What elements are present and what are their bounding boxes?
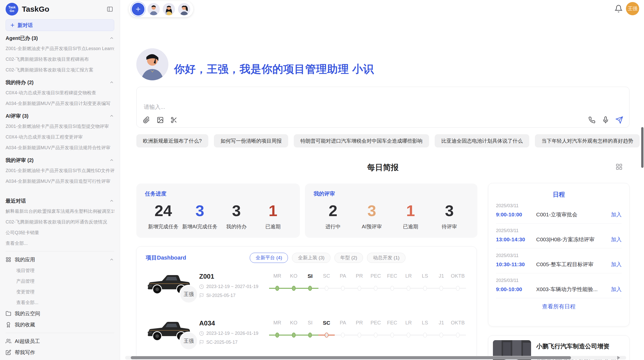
collapse-sidebar-icon[interactable] bbox=[106, 5, 114, 13]
sidebar-item-creative-draw[interactable]: 创意制图 bbox=[6, 358, 114, 360]
chevron-up-icon[interactable] bbox=[109, 36, 114, 41]
mic-icon[interactable] bbox=[602, 116, 609, 124]
schedule-name: C003|H0B-方案冻结评审 bbox=[536, 236, 611, 243]
phone-icon[interactable] bbox=[588, 116, 596, 124]
milestone-label: MR bbox=[269, 273, 286, 279]
sidebar-item-ai-staff[interactable]: AI超级员工 bbox=[6, 336, 114, 347]
suggestion-chip[interactable]: 特朗普可能对进口汽车增税会对中国车企造成哪些影响 bbox=[294, 134, 429, 147]
section-my-todo[interactable]: 我的待办 (2) bbox=[6, 77, 114, 87]
join-link[interactable]: 加入 bbox=[611, 261, 622, 268]
notifications-bell-icon[interactable] bbox=[614, 5, 624, 14]
list-item[interactable]: 解释最新出台的欧盟报废车法规再生塑料比例被调至15%... bbox=[6, 206, 114, 217]
avatar[interactable] bbox=[148, 3, 160, 15]
suggestion-chip[interactable]: 比亚迪全固态电池计划具体说了什么 bbox=[435, 134, 529, 147]
milestone-dot bbox=[390, 286, 394, 291]
image-icon[interactable] bbox=[156, 116, 164, 124]
list-item[interactable]: C0X4-动力总成开发项目SI里程碑提交物检查 bbox=[6, 87, 114, 98]
milestone: KO bbox=[286, 272, 302, 296]
schedule-name: C005-整车工程目标评审 bbox=[536, 261, 611, 268]
chevron-up-icon[interactable] bbox=[109, 158, 114, 163]
milestone: PA bbox=[335, 272, 351, 296]
scroll-right-arrow-icon[interactable] bbox=[617, 356, 620, 359]
section-agent-done[interactable]: Agent已办 (3) bbox=[6, 33, 114, 43]
user-avatar[interactable]: 王强 bbox=[626, 2, 639, 15]
milestone: FEC bbox=[384, 319, 401, 343]
my-apps-label: 我的应用 bbox=[15, 256, 35, 263]
stat-value: 3 bbox=[353, 202, 391, 220]
horizontal-scrollbar[interactable] bbox=[125, 356, 626, 359]
tab-powertrain[interactable]: 动总开发 (1) bbox=[367, 253, 405, 263]
list-item[interactable]: A034-全新新能源MUV产品开发项目法规符合性评审 bbox=[6, 142, 114, 153]
sidebar-item-product-mgmt[interactable]: 产品管理 bbox=[6, 276, 114, 287]
project-row[interactable]: 王强 A034 2023-12-19 ~ 2026-01-19 SC-2025-… bbox=[146, 318, 467, 356]
chevron-up-icon[interactable] bbox=[109, 80, 114, 85]
milestone: PA bbox=[335, 319, 351, 343]
section-my-review[interactable]: 我的评审 (2) bbox=[6, 155, 114, 165]
greeting-text: 你好，王强，我是你的项目管理助理 小识 bbox=[174, 62, 374, 76]
project-row[interactable]: 王强 Z001 2023-12-19 ~ 2027-01-19 SI-2025-… bbox=[146, 272, 467, 310]
milestone: MR bbox=[269, 319, 286, 343]
milestone: LR bbox=[400, 272, 417, 296]
list-item[interactable]: Z001-全新燃油轻卡产品开发项目SI造型提交物评审 bbox=[6, 121, 114, 132]
horizontal-scrollbar-thumb[interactable] bbox=[131, 356, 571, 359]
list-item[interactable]: Z001-全新燃油皮卡产品开发项目SI节点Lesson Learn报告 bbox=[6, 43, 114, 54]
milestone-label: LR bbox=[400, 320, 417, 326]
vertical-scrollbar-thumb[interactable] bbox=[641, 127, 643, 168]
milestone-label: SC bbox=[318, 273, 335, 279]
chevron-up-icon[interactable] bbox=[109, 257, 114, 262]
sidebar-item-favorites[interactable]: 我的收藏 bbox=[6, 319, 114, 330]
stat-pending-review: 3 待评审 bbox=[430, 202, 469, 230]
grid-icon bbox=[6, 257, 11, 262]
list-item[interactable]: C02-飞腾新能源轻客改款项目立项汇报方案 bbox=[6, 65, 114, 75]
list-item[interactable]: Z001-全新燃油轻卡产品开发项目SI节点属性5D文件评审 bbox=[6, 165, 114, 176]
section-ai-review[interactable]: AI评审 (3) bbox=[6, 111, 114, 121]
join-link[interactable]: 加入 bbox=[611, 211, 622, 218]
chat-input[interactable]: 请输入... bbox=[144, 103, 165, 111]
list-item[interactable]: C0X4-动力总成开发项目工程变更评审 bbox=[6, 132, 114, 142]
suggestion-chip[interactable]: 如何写一份清晰的项目周报 bbox=[214, 134, 288, 147]
section-title: 我的待办 (2) bbox=[6, 79, 34, 86]
recent-view-all[interactable]: 查看全部... bbox=[6, 238, 114, 249]
suggestion-chip[interactable]: 当下年轻人对汽车外观有怎样的喜好趋势 bbox=[535, 134, 640, 147]
add-assistant-button[interactable] bbox=[132, 3, 144, 16]
schedule-date: 2025/03/11 bbox=[496, 228, 622, 233]
list-item[interactable]: A034-全新新能源MUV产品开发项目造型可行性评审 bbox=[6, 176, 114, 187]
input-attachments bbox=[143, 116, 178, 124]
join-link[interactable]: 加入 bbox=[611, 236, 622, 243]
schedule-time: 9:00-10:00 bbox=[496, 212, 536, 218]
sidebar-item-my-apps[interactable]: 我的应用 bbox=[6, 254, 114, 265]
milestone-label: FEC bbox=[384, 320, 401, 326]
chevron-up-icon[interactable] bbox=[109, 198, 114, 203]
task-progress-card: 任务进度 24 新增完成任务 3 新增AI完成任务 3 我的待办 1 已逾期 bbox=[136, 184, 300, 238]
list-item[interactable]: C02-飞腾新能源轻客改款项目的闭环通告反馈情况 bbox=[6, 217, 114, 227]
avatar[interactable] bbox=[178, 3, 190, 15]
avatar[interactable] bbox=[163, 3, 175, 15]
list-item[interactable]: C02-飞腾新能源轻客改款项目里程碑画布 bbox=[6, 54, 114, 65]
tab-new-platform[interactable]: 全新平台 (4) bbox=[250, 253, 288, 263]
attach-icon[interactable] bbox=[143, 116, 150, 124]
section-recent-chats[interactable]: 最近对话 bbox=[6, 196, 114, 206]
tab-new-body[interactable]: 全新上装 (3) bbox=[292, 253, 330, 263]
app-logo: Task Go bbox=[6, 3, 18, 16]
list-item[interactable]: 公司Q3轻卡销量 bbox=[6, 227, 114, 238]
send-icon[interactable] bbox=[616, 116, 623, 124]
stat-label: AI预评审 bbox=[353, 223, 391, 230]
sidebar-item-cloud-space[interactable]: 我的云空间 bbox=[6, 308, 114, 319]
sidebar-item-project-mgmt[interactable]: 项目管理 bbox=[6, 265, 114, 276]
apps-view-all[interactable]: 查看全部... bbox=[6, 297, 114, 308]
sidebar-item-change-mgmt[interactable]: 变更管理 bbox=[6, 287, 114, 297]
tab-model-year[interactable]: 年型 (2) bbox=[334, 253, 363, 263]
layout-grid-icon[interactable] bbox=[616, 163, 623, 171]
new-chat-button[interactable]: 新对话 bbox=[6, 19, 114, 31]
join-link[interactable]: 加入 bbox=[611, 286, 622, 293]
suggestion-chip[interactable]: 欧洲新规最近颁布了什么? bbox=[136, 134, 208, 147]
milestone-dot bbox=[456, 333, 460, 338]
project-milestone-note: SI-2025-05-17 bbox=[206, 293, 236, 298]
sidebar-item-help-write[interactable]: 帮我写作 bbox=[6, 347, 114, 358]
list-item[interactable]: A034-全新新能源MUV产品开发项目计划变更表编写 bbox=[6, 98, 114, 109]
view-all-schedule-link[interactable]: 查看所有日程 bbox=[496, 303, 622, 310]
scissors-icon[interactable] bbox=[170, 116, 178, 124]
section-title: Agent已办 (3) bbox=[6, 35, 38, 42]
chevron-up-icon[interactable] bbox=[109, 113, 114, 118]
divider bbox=[6, 251, 114, 251]
